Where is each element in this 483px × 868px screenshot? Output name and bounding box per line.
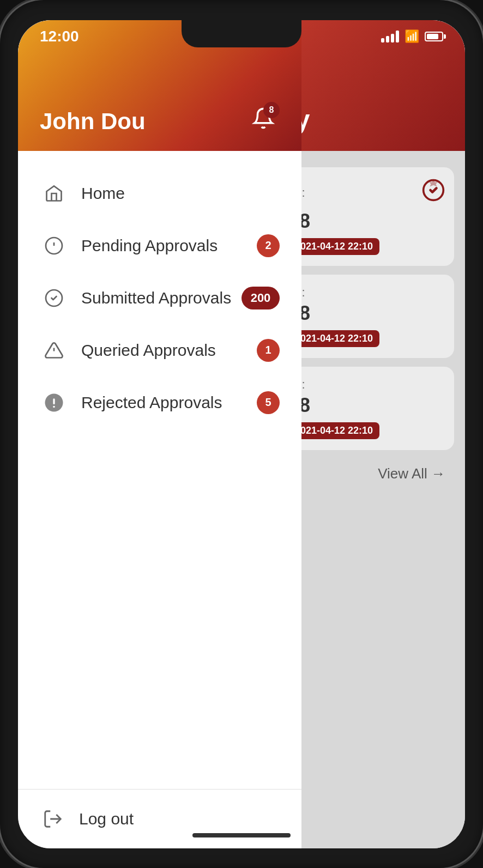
card-item-3: ed: 58 2021-04-12 22:10 bbox=[280, 367, 454, 450]
queried-badge: 1 bbox=[257, 339, 280, 362]
svg-point-9 bbox=[53, 405, 55, 408]
view-all-text: View All → bbox=[378, 465, 445, 482]
home-icon bbox=[40, 179, 68, 208]
nav-item-submitted[interactable]: Submitted Approvals 200 bbox=[18, 272, 301, 324]
notification-badge: 8 bbox=[263, 102, 280, 118]
user-name: John Dou bbox=[40, 108, 146, 135]
home-indicator bbox=[192, 833, 291, 837]
logout-label: Log out bbox=[79, 810, 134, 828]
nav-label-pending: Pending Approvals bbox=[81, 236, 257, 255]
card-item-2: ed: 58 2021-04-12 22:10 bbox=[280, 275, 454, 358]
wifi-icon: 📶 bbox=[404, 29, 419, 44]
status-icons: 📶 bbox=[381, 29, 443, 44]
pending-badge: 2 bbox=[257, 234, 280, 257]
phone-screen: 12:00 📶 ry bbox=[18, 20, 465, 848]
battery-icon bbox=[425, 32, 443, 41]
card-number-3: 58 bbox=[288, 394, 445, 417]
drawer: John Dou 8 bbox=[18, 20, 301, 848]
nav-label-home: Home bbox=[81, 184, 280, 203]
card-date-2: 2021-04-12 22:10 bbox=[288, 330, 379, 347]
nav-label-rejected: Rejected Approvals bbox=[81, 393, 257, 412]
card-item-1: ed: 58 2021-04-12 22:10 bbox=[280, 167, 454, 266]
nav-label-submitted: Submitted Approvals bbox=[81, 289, 242, 307]
drawer-nav: Home Pending Approvals 2 bbox=[18, 151, 301, 789]
nav-item-pending[interactable]: Pending Approvals 2 bbox=[18, 220, 301, 272]
warning-triangle-icon bbox=[40, 336, 68, 365]
card-number-1: 58 bbox=[288, 210, 445, 233]
submitted-badge: 200 bbox=[242, 287, 280, 309]
alert-filled-icon bbox=[40, 389, 68, 417]
signal-icon bbox=[381, 31, 399, 43]
check-badge-icon-1 bbox=[421, 178, 445, 208]
view-all-row[interactable]: View All → bbox=[280, 459, 454, 489]
card-date-1: 2021-04-12 22:10 bbox=[288, 238, 379, 255]
rejected-badge: 5 bbox=[257, 391, 280, 414]
phone-frame: 12:00 📶 ry bbox=[0, 0, 483, 868]
card-number-2: 58 bbox=[288, 302, 445, 325]
alert-circle-icon bbox=[40, 232, 68, 260]
notch bbox=[182, 20, 301, 47]
nav-item-queried[interactable]: Queried Approvals 1 bbox=[18, 324, 301, 377]
nav-label-queried: Queried Approvals bbox=[81, 341, 257, 360]
nav-item-home[interactable]: Home bbox=[18, 167, 301, 220]
nav-item-rejected[interactable]: Rejected Approvals 5 bbox=[18, 377, 301, 429]
battery-fill bbox=[427, 34, 438, 39]
notification-bell-button[interactable]: 8 bbox=[247, 102, 280, 135]
drawer-footer[interactable]: Log out bbox=[18, 789, 301, 848]
logout-icon bbox=[40, 806, 66, 832]
status-time: 12:00 bbox=[40, 28, 79, 45]
card-date-3: 2021-04-12 22:10 bbox=[288, 422, 379, 439]
check-badge-icon bbox=[40, 284, 68, 312]
